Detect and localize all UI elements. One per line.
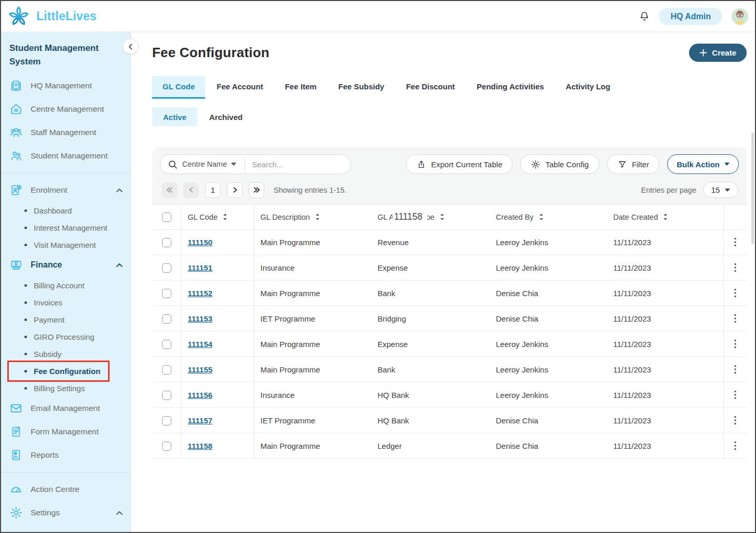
table-row: 111154 Main Programme Expense Leeroy Jen…	[152, 331, 747, 357]
sidebar-item-dashboard[interactable]: Dashboard	[1, 202, 130, 219]
gl-code-link[interactable]: 111150	[188, 238, 213, 247]
current-page-indicator[interactable]: 1	[205, 182, 221, 198]
gl-code-link[interactable]: 111155	[188, 365, 213, 374]
main-content: Fee Configuration Create GL CodeFee Acco…	[131, 32, 755, 532]
row-checkbox[interactable]	[162, 340, 171, 349]
row-actions-kebab-icon[interactable]	[731, 261, 739, 274]
hq-admin-button[interactable]: HQ Admin	[659, 8, 722, 25]
gl-code-link[interactable]: 111152	[188, 289, 213, 298]
gl-description-cell: Main Programme	[254, 230, 371, 255]
tab-fee-discount[interactable]: Fee Discount	[396, 76, 465, 99]
email-envelope-icon	[9, 402, 23, 415]
sidebar-item-invoices[interactable]: Invoices	[1, 294, 130, 311]
tab-fee-account[interactable]: Fee Account	[206, 76, 273, 99]
sidebar-item-action-centre[interactable]: Action Centre	[1, 478, 130, 501]
status-tab-active[interactable]: Active	[152, 108, 197, 126]
sidebar-item-centre-management[interactable]: Centre Management	[1, 98, 130, 121]
sidebar-item-billing-account[interactable]: Billing Account	[1, 277, 130, 294]
sidebar-item-subsidy[interactable]: Subsidy	[1, 345, 130, 363]
sidebar-item-hq-management[interactable]: HQ Management	[1, 74, 130, 98]
row-actions-kebab-icon[interactable]	[731, 235, 739, 249]
export-current-table-button[interactable]: Export Current Table	[406, 154, 512, 174]
sidebar-secondary-list: Email Management Form Management Reports	[1, 397, 130, 467]
sidebar-item-giro-processing[interactable]: GIRO Processing	[1, 328, 130, 345]
sidebar-item-fee-configuration[interactable]: Fee Configuration	[1, 363, 130, 380]
date-created-cell: 11/11/2023	[607, 306, 723, 331]
table-card: Centre Name Export Current Table	[152, 147, 747, 459]
row-checkbox[interactable]	[162, 314, 171, 324]
created-by-cell: Leeroy Jenkins	[490, 255, 607, 281]
sidebar-group-enrolment[interactable]: Enrolment	[1, 179, 130, 202]
sidebar-item-staff-management[interactable]: Staff Management	[1, 121, 130, 144]
table-row: 111155 Main Programme Bank Leeroy Jenkin…	[152, 357, 747, 382]
page-scrollbar-thumb[interactable]	[751, 132, 754, 244]
last-page-button[interactable]	[249, 182, 264, 198]
table-config-label: Table Config	[545, 160, 588, 169]
sidebar-item-reports[interactable]: Reports	[1, 444, 130, 467]
created-by-cell: Leeroy Jenkins	[490, 331, 607, 357]
filter-button[interactable]: Filter	[607, 154, 659, 174]
bullet-icon	[24, 284, 27, 287]
sidebar-item-student-management[interactable]: Student Management	[1, 144, 130, 168]
row-actions-kebab-icon[interactable]	[731, 388, 739, 402]
sort-icon[interactable]	[539, 213, 544, 221]
row-actions-kebab-icon[interactable]	[731, 286, 739, 300]
tab-fee-subsidy[interactable]: Fee Subsidy	[328, 76, 395, 99]
sort-icon[interactable]	[315, 213, 320, 221]
search-input[interactable]	[252, 160, 330, 169]
tab-activity-log[interactable]: Activity Log	[556, 76, 621, 99]
row-checkbox[interactable]	[162, 289, 171, 298]
user-avatar[interactable]	[731, 8, 749, 25]
date-created-cell: 11/11/2023	[607, 433, 723, 459]
row-checkbox[interactable]	[162, 238, 171, 247]
sidebar-item-payment[interactable]: Payment	[1, 311, 130, 328]
row-checkbox[interactable]	[162, 442, 171, 451]
sidebar-item-billing-settings[interactable]: Billing Settings	[1, 380, 130, 397]
row-actions-kebab-icon[interactable]	[731, 439, 739, 452]
notifications-bell-icon[interactable]	[639, 10, 650, 23]
sort-icon[interactable]	[663, 213, 668, 221]
row-checkbox[interactable]	[162, 365, 171, 375]
row-checkbox[interactable]	[162, 391, 171, 400]
previous-page-button[interactable]	[183, 182, 199, 198]
gl-code-link[interactable]: 111158	[188, 442, 213, 450]
next-page-button[interactable]	[227, 182, 242, 198]
gl-code-link[interactable]: 111156	[188, 391, 213, 399]
sidebar-item-email-management[interactable]: Email Management	[1, 397, 130, 420]
sidebar-item-interest-management[interactable]: Interest Management	[1, 219, 130, 236]
entries-per-page-select[interactable]: 15	[703, 182, 738, 198]
sidebar-group-children: Dashboard Interest Management Visit Mana…	[1, 202, 130, 254]
bullet-icon	[24, 387, 27, 390]
row-actions-kebab-icon[interactable]	[731, 337, 739, 351]
table-config-button[interactable]: Table Config	[520, 154, 599, 174]
gl-code-link[interactable]: 111157	[188, 416, 213, 425]
row-actions-kebab-icon[interactable]	[731, 312, 739, 325]
row-checkbox[interactable]	[162, 416, 171, 425]
create-button[interactable]: Create	[689, 44, 747, 62]
row-checkbox[interactable]	[162, 263, 171, 273]
sort-icon[interactable]	[223, 213, 227, 221]
status-tab-archived[interactable]: Archived	[198, 108, 253, 126]
tab-fee-item[interactable]: Fee Item	[275, 76, 327, 99]
sidebar-item-visit-management[interactable]: Visit Management	[1, 236, 130, 254]
first-page-button[interactable]	[161, 182, 177, 198]
sidebar-group-finance[interactable]: Finance	[1, 254, 130, 277]
search-scope-selector[interactable]: Centre Name	[182, 160, 236, 168]
sort-icon[interactable]	[440, 213, 444, 221]
sidebar-item-form-management[interactable]: Form Management	[1, 420, 130, 444]
row-actions-kebab-icon[interactable]	[731, 414, 739, 427]
bullet-icon	[24, 244, 27, 246]
bulk-action-button[interactable]: Bulk Action	[667, 154, 739, 174]
status-tab-bar: ActiveArchived	[152, 108, 755, 126]
sidebar-collapse-button[interactable]	[123, 38, 139, 55]
gl-code-link[interactable]: 111153	[188, 314, 213, 323]
gl-code-link[interactable]: 111154	[188, 340, 213, 349]
row-actions-kebab-icon[interactable]	[731, 363, 739, 376]
tab-pending-activities[interactable]: Pending Activities	[466, 76, 554, 99]
gl-code-link[interactable]: 111151	[188, 263, 213, 272]
sidebar-item-settings[interactable]: Settings	[1, 501, 130, 525]
select-all-checkbox[interactable]	[162, 212, 171, 222]
app-window: { "colors": { "accent_blue": "#41b7e9", …	[0, 0, 756, 533]
littlelives-logo-icon	[7, 5, 30, 28]
tab-gl-code[interactable]: GL Code	[152, 76, 205, 99]
